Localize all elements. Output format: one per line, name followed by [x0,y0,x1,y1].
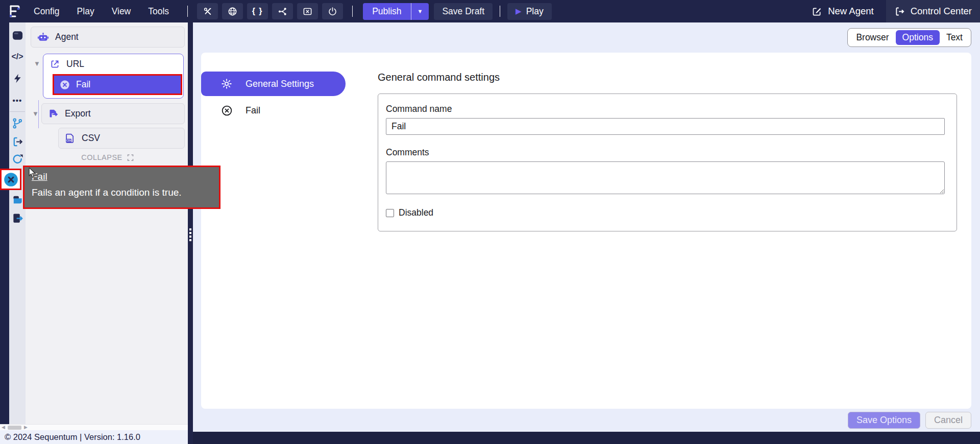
tree-item-agent-label: Agent [55,32,79,42]
x-circle-icon [59,79,70,90]
gear-icon [220,78,233,90]
disabled-label: Disabled [399,207,433,218]
menu-item-general-settings[interactable]: General Settings [201,72,346,96]
save-options-button[interactable]: Save Options [848,412,920,429]
bolt-icon[interactable] [10,71,24,85]
tab-options[interactable]: Options [896,30,940,45]
code-icon[interactable]: </> [10,50,24,64]
page-export-icon[interactable] [10,211,24,225]
left-column: </> ••• [0,22,188,444]
scroll-right-icon[interactable]: ▶ [24,425,28,430]
save-draft-button[interactable]: Save Draft [434,3,493,20]
tree-item-fail-selected[interactable]: Fail [53,74,182,95]
options-panel: General Settings Fail General command se… [201,53,971,409]
x-circle-icon [221,105,233,116]
control-center-button[interactable]: Control Center [886,0,980,22]
chevron-down-icon[interactable]: ▼ [34,60,43,67]
version-text: © 2024 Sequentum | Version: 1.16.0 [5,432,140,442]
branch-icon[interactable] [10,116,24,130]
more-icon[interactable]: ••• [10,93,24,107]
scroll-left-icon[interactable]: ◀ [2,425,5,430]
tree-item-url-label: URL [66,59,84,69]
tree-item-export[interactable]: Export [41,103,185,124]
app-logo-icon[interactable] [6,3,23,20]
body-row: </> ••• [0,22,980,444]
rail-divider [10,111,25,112]
menu-config[interactable]: Config [34,6,60,17]
command-name-label: Command name [386,104,945,114]
agent-tree-panel: Agent ▼ URL Fail [26,22,188,424]
tools-icon[interactable] [197,3,218,19]
tooltip-description: Fails an agent if a condition is true. [32,187,212,198]
publish-button-group: Publish ▼ [363,3,429,20]
main-content: Browser Options Text General Settings [193,22,980,432]
separator [187,6,188,17]
left-main: </> ••• [0,22,188,424]
disabled-checkbox[interactable] [386,209,394,217]
collapse-button[interactable]: COLLAPSE [30,153,185,161]
play-button[interactable]: ▶ Play [507,3,552,20]
fail-tooltip: Fail Fails an agent if a condition is tr… [23,166,220,209]
braces-icon[interactable]: { } [247,3,268,19]
svg-text:CSV: CSV [66,139,72,142]
tooltip-title: Fail [32,171,212,182]
scrollbar-thumb[interactable] [8,426,21,430]
globe-icon[interactable] [222,3,243,19]
tree-item-csv-label: CSV [82,133,100,144]
horizontal-scrollbar[interactable]: ◀ ▶ [0,424,188,430]
flow-icon[interactable] [272,3,293,19]
control-center-label: Control Center [911,6,972,17]
csv-file-icon: CSV [65,133,76,144]
tab-text[interactable]: Text [940,30,969,45]
publish-dropdown-caret-icon[interactable]: ▼ [411,3,429,20]
tree-item-agent[interactable]: Agent [31,27,185,48]
tree-item-csv[interactable]: CSV CSV [58,128,185,149]
settings-menu: General Settings Fail [201,53,346,409]
status-bar: © 2024 Sequentum | Version: 1.16.0 [0,430,188,444]
panel-resize-divider[interactable] [188,22,193,444]
csv-branch: CSV CSV [58,128,185,149]
topbar: Config Play View Tools { } Publish ▼ Sav… [0,0,980,22]
drag-handle-icon[interactable] [189,228,191,241]
tree-item-export-label: Export [65,108,91,119]
tree-item-url[interactable]: URL [43,54,183,74]
app-root: Config Play View Tools { } Publish ▼ Sav… [0,0,980,444]
separator [352,6,353,17]
cancel-button[interactable]: Cancel [925,412,971,429]
menu-item-fail[interactable]: Fail [201,105,346,116]
menu-item-fail-label: Fail [246,105,260,116]
general-settings-form: General command settings Command name Co… [378,53,957,409]
disabled-row: Disabled [386,207,945,218]
options-footer: Save Options Cancel [193,409,980,432]
url-group: URL Fail [43,54,184,99]
fail-x-icon[interactable] [0,169,21,190]
power-icon[interactable] [322,3,343,19]
folder-close-icon[interactable] [297,3,318,19]
browser-window-icon[interactable] [10,28,24,42]
robot-icon [37,31,49,43]
command-icon-rail: </> ••• [0,22,26,424]
scroll-icon[interactable] [10,193,24,207]
collapse-label: COLLAPSE [81,153,122,161]
tab-browser[interactable]: Browser [849,30,895,45]
comments-label: Comments [386,147,945,158]
publish-button[interactable]: Publish [363,3,411,20]
menu-play[interactable]: Play [77,6,94,17]
form-heading: General command settings [378,72,957,83]
sign-out-icon[interactable] [10,134,24,149]
menu-tools[interactable]: Tools [148,6,169,17]
refresh-icon[interactable] [10,152,24,166]
chevron-down-icon[interactable]: ▼ [32,110,41,118]
form-box: Command name Comments Disabled [378,94,957,231]
edit-icon [812,6,822,17]
url-branch: ▼ URL Fail [34,54,185,99]
play-button-label: Play [526,6,544,17]
play-triangle-icon: ▶ [516,7,522,16]
view-switch-row: Browser Options Text [193,22,980,53]
command-name-input[interactable] [386,118,945,135]
new-agent-button[interactable]: New Agent [808,5,876,17]
comments-textarea[interactable] [386,161,945,194]
external-link-icon [50,59,60,69]
view-switch: Browser Options Text [847,28,971,47]
menu-view[interactable]: View [112,6,131,17]
